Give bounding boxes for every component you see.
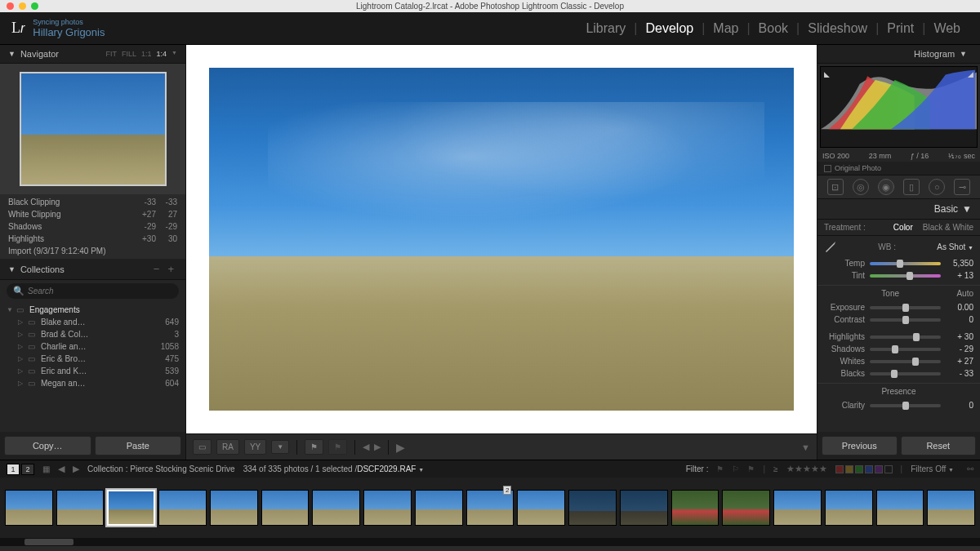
contrast-slider[interactable]: Contrast0 bbox=[817, 313, 980, 326]
eyedropper-icon[interactable] bbox=[824, 240, 837, 253]
navigator-preview[interactable] bbox=[0, 64, 185, 194]
zoom-1to1[interactable]: 1:1 bbox=[141, 50, 152, 58]
graduated-filter-icon[interactable]: ▯ bbox=[903, 179, 920, 195]
history-row[interactable]: Black Clipping-33-33 bbox=[0, 196, 185, 208]
module-slideshow[interactable]: Slideshow bbox=[800, 21, 875, 36]
whites-slider[interactable]: Whites+ 27 bbox=[817, 355, 980, 367]
module-book[interactable]: Book bbox=[751, 21, 796, 36]
collections-header[interactable]: ▼ Collections −+ bbox=[0, 259, 185, 280]
filmstrip-thumb[interactable] bbox=[517, 490, 565, 526]
minimize-window-button[interactable] bbox=[19, 2, 26, 10]
original-photo-toggle[interactable]: Original Photo bbox=[817, 162, 980, 175]
source-label[interactable]: Collection : Pierce Stocking Scenic Driv… bbox=[87, 464, 235, 473]
loupe-view-button[interactable]: ▭ bbox=[193, 439, 212, 455]
filter-preset-dropdown[interactable]: Filters Off ▼ bbox=[911, 464, 954, 473]
filmstrip-thumb[interactable] bbox=[312, 490, 360, 526]
filter-rejected-icon[interactable]: ⚑ bbox=[747, 464, 755, 473]
label-none[interactable] bbox=[884, 465, 893, 473]
zoom-fill[interactable]: FILL bbox=[122, 50, 136, 58]
histogram-display[interactable]: ◣ ◢ bbox=[820, 66, 978, 148]
flag-pick-button[interactable]: ⚑ bbox=[305, 439, 323, 455]
label-purple[interactable] bbox=[875, 465, 883, 473]
filmstrip-thumb[interactable] bbox=[620, 490, 668, 526]
copy-button[interactable]: Copy… bbox=[4, 436, 91, 455]
filmstrip-thumb[interactable] bbox=[722, 490, 770, 526]
filmstrip-thumb[interactable] bbox=[363, 490, 412, 526]
redeye-tool-icon[interactable]: ◉ bbox=[878, 179, 894, 195]
close-window-button[interactable] bbox=[7, 2, 14, 10]
collection-item[interactable]: ▷▭Eric and K…539 bbox=[0, 365, 185, 377]
filmstrip-thumb[interactable] bbox=[825, 490, 873, 526]
filmstrip-thumb[interactable] bbox=[415, 490, 463, 526]
display-1-button[interactable]: 1 bbox=[7, 464, 20, 475]
collection-item[interactable]: ▷▭Megan an…604 bbox=[0, 377, 185, 389]
label-yellow[interactable] bbox=[845, 465, 853, 473]
flag-reject-button[interactable]: ⚑ bbox=[328, 439, 347, 455]
module-develop[interactable]: Develop bbox=[637, 21, 702, 36]
wb-preset-dropdown[interactable]: As Shot ▼ bbox=[937, 242, 973, 251]
tint-slider[interactable]: Tint+ 13 bbox=[817, 269, 980, 282]
play-slideshow-button[interactable]: ▶ bbox=[396, 441, 405, 454]
filmstrip-thumb[interactable] bbox=[56, 490, 105, 526]
collections-search[interactable]: 🔍 bbox=[7, 283, 179, 299]
filmstrip-thumb[interactable] bbox=[210, 490, 258, 526]
filmstrip-thumb[interactable] bbox=[927, 490, 975, 526]
module-web[interactable]: Web bbox=[925, 21, 969, 36]
zoom-ratio[interactable]: 1:4 bbox=[157, 50, 167, 58]
module-map[interactable]: Map bbox=[705, 21, 746, 36]
collection-item[interactable]: ▷▭Blake and…649 bbox=[0, 316, 185, 328]
module-print[interactable]: Print bbox=[879, 21, 922, 36]
collection-item[interactable]: ▷▭Brad & Col…3 bbox=[0, 328, 185, 340]
filter-lock-icon[interactable]: ⚯ bbox=[967, 464, 973, 473]
histogram-header[interactable]: Histogram ▼ bbox=[817, 45, 980, 64]
highlight-clip-icon[interactable]: ◢ bbox=[968, 70, 973, 78]
display-2-button[interactable]: 2 bbox=[21, 464, 34, 475]
previous-button[interactable]: Previous bbox=[822, 436, 898, 455]
navigator-header[interactable]: ▼ Navigator FIT FILL 1:1 1:4 ▼ bbox=[0, 45, 185, 64]
scrollbar-thumb[interactable] bbox=[24, 539, 74, 545]
prev-photo-button[interactable]: ◀ bbox=[363, 442, 369, 452]
label-green[interactable] bbox=[855, 465, 863, 473]
filter-rating[interactable]: ★★★★★ bbox=[786, 464, 827, 474]
maximize-window-button[interactable] bbox=[31, 2, 38, 10]
zoom-fit[interactable]: FIT bbox=[106, 50, 118, 58]
filmstrip-scrollbar[interactable] bbox=[0, 538, 980, 546]
nav-forward-button[interactable]: ▶ bbox=[73, 464, 79, 474]
paste-button[interactable]: Paste bbox=[95, 436, 182, 455]
spot-removal-icon[interactable]: ◎ bbox=[853, 179, 869, 195]
treatment-bw[interactable]: Black & White bbox=[923, 223, 973, 232]
shadows-slider[interactable]: Shadows- 29 bbox=[817, 343, 980, 355]
filmstrip-thumb-selected[interactable] bbox=[107, 490, 155, 526]
collection-folder[interactable]: ▼▭Engagements bbox=[0, 304, 185, 316]
image-canvas[interactable] bbox=[186, 45, 817, 433]
filter-flagged-icon[interactable]: ⚑ bbox=[716, 464, 724, 473]
history-row[interactable]: Import (9/3/17 9:12:40 PM) bbox=[0, 245, 185, 257]
filmstrip-thumb[interactable] bbox=[261, 490, 310, 526]
filmstrip-thumb[interactable] bbox=[5, 490, 53, 526]
next-photo-button[interactable]: ▶ bbox=[374, 442, 381, 452]
clarity-slider[interactable]: Clarity0 bbox=[817, 399, 980, 411]
crop-tool-icon[interactable]: ⊡ bbox=[827, 179, 844, 195]
radial-filter-icon[interactable]: ○ bbox=[929, 179, 945, 195]
reset-button[interactable]: Reset bbox=[901, 436, 977, 455]
collection-item[interactable]: ▷▭Eric & Bro…475 bbox=[0, 353, 185, 365]
history-row[interactable]: Shadows-29-29 bbox=[0, 220, 185, 233]
nav-back-button[interactable]: ◀ bbox=[58, 464, 65, 474]
collections-minus-icon[interactable]: − bbox=[154, 263, 163, 275]
adjustment-brush-icon[interactable]: ⊸ bbox=[954, 179, 970, 195]
filter-unflagged-icon[interactable]: ⚐ bbox=[732, 464, 739, 473]
history-row[interactable]: White Clipping+2727 bbox=[0, 208, 185, 220]
toolbar-menu-button[interactable]: ▼ bbox=[801, 442, 810, 452]
basic-panel-header[interactable]: Basic ▼ bbox=[817, 199, 980, 220]
label-red[interactable] bbox=[835, 465, 844, 473]
filmstrip-thumb[interactable] bbox=[568, 490, 617, 526]
before-after-lr-button[interactable]: RA bbox=[216, 439, 239, 455]
filmstrip-thumb[interactable] bbox=[158, 490, 207, 526]
shadow-clip-icon[interactable]: ◣ bbox=[824, 70, 830, 78]
identity-plate[interactable]: Syncing photos Hillary Grigonis bbox=[33, 18, 105, 38]
highlights-slider[interactable]: Highlights+ 30 bbox=[817, 331, 980, 343]
treatment-color[interactable]: Color bbox=[893, 223, 913, 232]
exposure-slider[interactable]: Exposure0.00 bbox=[817, 301, 980, 313]
filmstrip-thumb[interactable] bbox=[773, 490, 822, 526]
label-blue[interactable] bbox=[865, 465, 873, 473]
